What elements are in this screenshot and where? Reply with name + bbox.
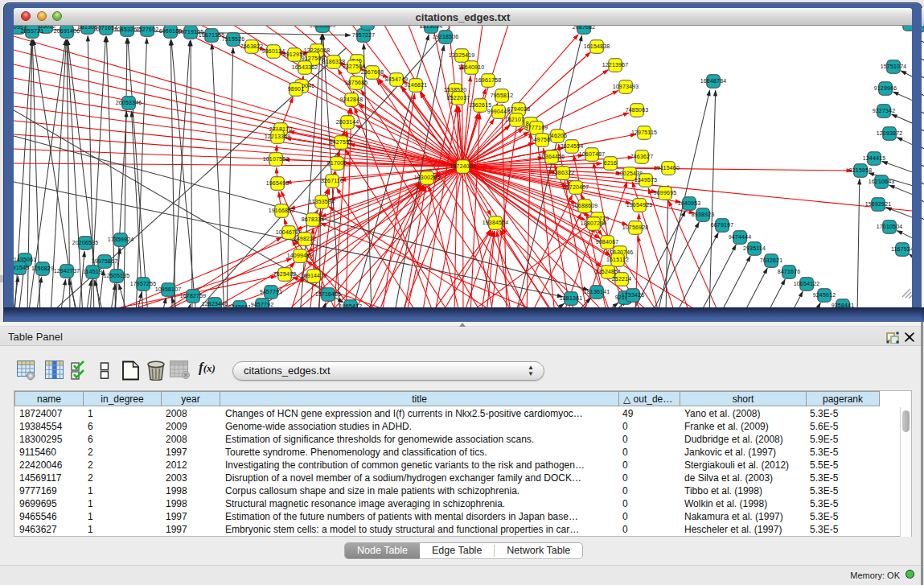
svg-text:1965498: 1965498	[266, 180, 290, 186]
svg-text:252214: 252214	[612, 276, 632, 282]
svg-text:9474444: 9474444	[729, 234, 752, 240]
svg-text:1362615: 1362615	[469, 102, 492, 108]
svg-text:12942737: 12942737	[54, 268, 80, 274]
svg-text:18807299: 18807299	[581, 220, 607, 226]
svg-text:16154838: 16154838	[584, 43, 610, 49]
svg-text:12975115: 12975115	[631, 130, 657, 135]
svg-text:9227342: 9227342	[873, 108, 896, 113]
svg-text:7463627: 7463627	[630, 154, 654, 159]
svg-text:10654122: 10654122	[794, 281, 820, 286]
svg-text:1349575: 1349575	[634, 177, 658, 183]
svg-text:16914479: 16914479	[301, 273, 327, 278]
svg-text:10107552: 10107552	[263, 156, 290, 162]
svg-text:9327504: 9327504	[343, 64, 366, 69]
svg-text:1156829: 1156829	[31, 266, 54, 271]
svg-text:111276: 111276	[900, 26, 912, 27]
svg-text:16033809: 16033809	[310, 26, 336, 28]
svg-text:3875685: 3875685	[345, 80, 368, 85]
svg-text:10025438: 10025438	[617, 171, 643, 176]
svg-text:7386322: 7386322	[552, 170, 575, 175]
svg-text:20364456: 20364456	[539, 154, 565, 159]
svg-text:15720407: 15720407	[563, 184, 589, 190]
svg-text:17957255: 17957255	[130, 281, 157, 286]
svg-text:13325419: 13325419	[449, 52, 475, 58]
svg-text:16671355: 16671355	[199, 32, 225, 38]
svg-text:98901: 98901	[288, 86, 304, 92]
svg-text:12505135: 12505135	[104, 273, 130, 278]
svg-text:6794028: 6794028	[507, 106, 531, 112]
svg-text:18300295: 18300295	[414, 175, 441, 180]
svg-text:746206: 746206	[548, 133, 568, 138]
svg-text:15751074: 15751074	[881, 64, 907, 69]
svg-text:9457791: 9457791	[260, 289, 283, 295]
svg-text:16782759: 16782759	[180, 293, 207, 299]
svg-text:1640953: 1640953	[678, 200, 701, 206]
svg-text:10973493: 10973493	[613, 84, 639, 89]
svg-text:1167534: 1167534	[891, 246, 912, 252]
svg-text:10046788: 10046788	[276, 229, 302, 235]
svg-text:9699695: 9699695	[654, 190, 677, 196]
svg-text:7625402: 7625402	[273, 271, 297, 277]
svg-text:1881361: 1881361	[560, 295, 583, 301]
svg-text:19218506: 19218506	[433, 34, 459, 39]
svg-text:8813054: 8813054	[420, 26, 443, 29]
svg-text:19654923: 19654923	[626, 202, 653, 208]
svg-text:18640910: 18640910	[458, 64, 485, 70]
svg-text:1244415: 1244415	[863, 155, 886, 161]
svg-text:6216: 6216	[604, 160, 617, 166]
svg-text:1527602: 1527602	[136, 27, 159, 32]
svg-text:12823446: 12823446	[202, 301, 228, 307]
svg-text:1065412: 1065412	[339, 303, 363, 307]
svg-text:16543362: 16543362	[292, 64, 318, 70]
svg-text:8678334: 8678334	[302, 216, 325, 222]
svg-text:8938923: 8938923	[692, 212, 715, 217]
svg-text:9777169: 9777169	[525, 125, 548, 130]
svg-text:2803144: 2803144	[336, 119, 359, 125]
svg-text:10756928: 10756928	[622, 225, 649, 230]
svg-text:9115460: 9115460	[657, 165, 680, 171]
svg-text:20206535: 20206535	[72, 240, 99, 245]
svg-text:19975867: 19975867	[92, 258, 118, 264]
svg-text:1733426: 1733426	[622, 292, 645, 298]
svg-text:11353594: 11353594	[309, 199, 335, 204]
svg-text:10958107: 10958107	[155, 286, 182, 292]
svg-text:391549: 391549	[14, 265, 29, 270]
svg-text:12093872: 12093872	[877, 130, 903, 136]
svg-text:9084067: 9084067	[596, 239, 619, 245]
svg-text:6679197: 6679197	[711, 222, 734, 228]
svg-text:9127509: 9127509	[302, 56, 325, 61]
svg-text:1615112: 1615112	[606, 257, 629, 262]
svg-text:18724007: 18724007	[450, 163, 476, 169]
svg-text:9129966: 9129966	[874, 85, 897, 91]
svg-text:8454749: 8454749	[385, 76, 409, 82]
svg-text:15692921: 15692921	[865, 201, 892, 207]
svg-text:26053346: 26053346	[116, 100, 142, 105]
svg-text:14099489: 14099489	[287, 253, 314, 258]
svg-text:19384554: 19384554	[483, 220, 509, 225]
svg-text:9457792: 9457792	[251, 302, 274, 307]
svg-text:12213369: 12213369	[265, 134, 291, 139]
svg-text:18136141: 18136141	[584, 289, 610, 295]
svg-text:2935114: 2935114	[743, 245, 766, 251]
svg-text:10607487: 10607487	[579, 151, 606, 157]
svg-text:3624554: 3624554	[561, 143, 584, 149]
svg-text:20691406: 20691406	[54, 28, 80, 34]
svg-text:17010504: 17010504	[877, 224, 903, 229]
svg-text:16210643: 16210643	[869, 179, 895, 184]
svg-text:2087682: 2087682	[573, 26, 596, 30]
svg-text:7957227: 7957227	[352, 32, 376, 38]
svg-text:7632621: 7632621	[760, 257, 783, 263]
svg-text:3498222: 3498222	[294, 236, 317, 241]
svg-text:8427552: 8427552	[330, 139, 353, 145]
svg-text:7955812: 7955812	[491, 93, 514, 98]
svg-text:8215958: 8215958	[849, 167, 873, 173]
svg-text:2055721: 2055721	[21, 28, 44, 34]
svg-text:917006: 917006	[327, 160, 347, 166]
svg-text:10688609: 10688609	[572, 203, 598, 208]
svg-text:9860124: 9860124	[262, 48, 285, 54]
svg-text:16648784: 16648784	[700, 78, 727, 84]
svg-text:8522037: 8522037	[447, 95, 470, 101]
svg-text:7663822: 7663822	[240, 43, 264, 49]
svg-text:19166852: 19166852	[269, 208, 295, 213]
svg-text:7515526: 7515526	[222, 36, 245, 42]
